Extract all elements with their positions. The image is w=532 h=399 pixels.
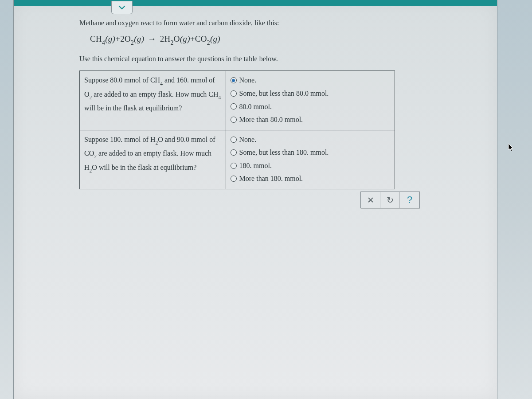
question-icon: ?: [407, 194, 412, 206]
table-row: Suppose 180. mmol of H2O and 90.0 mmol o…: [80, 130, 395, 189]
question-table: Suppose 80.0 mmol of CH4 and 160. mmol o…: [79, 70, 395, 189]
radio-icon: [231, 176, 237, 182]
q1-option-none[interactable]: None.: [231, 74, 390, 87]
chemical-equation: CH4(g)+2O2(g) → 2H2O(g)+CO2(g): [90, 33, 476, 47]
refresh-icon: ↻: [387, 195, 394, 205]
radio-icon: [231, 77, 237, 83]
collapse-toggle[interactable]: [111, 1, 133, 14]
radio-icon: [231, 117, 237, 123]
help-button[interactable]: ?: [400, 192, 419, 208]
eq-h2o: 2H2O(g): [160, 34, 190, 43]
instruction-text: Use this chemical equation to answer the…: [79, 54, 476, 64]
reaction-arrow-icon: →: [148, 34, 156, 43]
question-1-options: None. Some, but less than 80.0 mmol. 80.…: [226, 71, 395, 130]
x-icon: ✕: [367, 195, 374, 205]
table-row: Suppose 80.0 mmol of CH4 and 160. mmol o…: [80, 71, 395, 130]
q2-option-none[interactable]: None.: [231, 133, 390, 146]
radio-icon: [231, 149, 237, 156]
question-panel: Methane and oxygen react to form water a…: [13, 0, 497, 399]
radio-icon: [231, 103, 237, 110]
header-bar: [14, 0, 497, 6]
question-2-options: None. Some, but less than 180. mmol. 180…: [226, 130, 395, 189]
eq-o2: 2O2(g): [120, 34, 144, 43]
cursor-icon: [508, 143, 514, 152]
q1-option-some[interactable]: Some, but less than 80.0 mmol.: [231, 87, 390, 100]
q1-option-exact[interactable]: 80.0 mmol.: [231, 100, 390, 113]
reset-button[interactable]: ↻: [380, 192, 400, 208]
content-area: Methane and oxygen react to form water a…: [14, 0, 497, 198]
question-1-prompt: Suppose 80.0 mmol of CH4 and 160. mmol o…: [80, 71, 226, 130]
intro-text: Methane and oxygen react to form water a…: [79, 18, 476, 28]
q2-option-exact[interactable]: 180. mmol.: [231, 159, 390, 172]
question-2-prompt: Suppose 180. mmol of H2O and 90.0 mmol o…: [80, 130, 226, 189]
q2-option-some[interactable]: Some, but less than 180. mmol.: [231, 146, 390, 159]
eq-ch4: CH4(g): [90, 34, 115, 43]
action-bar: ✕ ↻ ?: [360, 192, 420, 208]
radio-icon: [231, 137, 237, 143]
q1-option-more[interactable]: More than 80.0 mmol.: [231, 113, 390, 126]
eq-co2: CO2(g): [195, 34, 220, 43]
clear-button[interactable]: ✕: [361, 192, 380, 208]
q2-option-more[interactable]: More than 180. mmol.: [231, 172, 390, 185]
radio-icon: [231, 90, 237, 97]
chevron-down-icon: [118, 5, 125, 10]
radio-icon: [231, 163, 237, 169]
